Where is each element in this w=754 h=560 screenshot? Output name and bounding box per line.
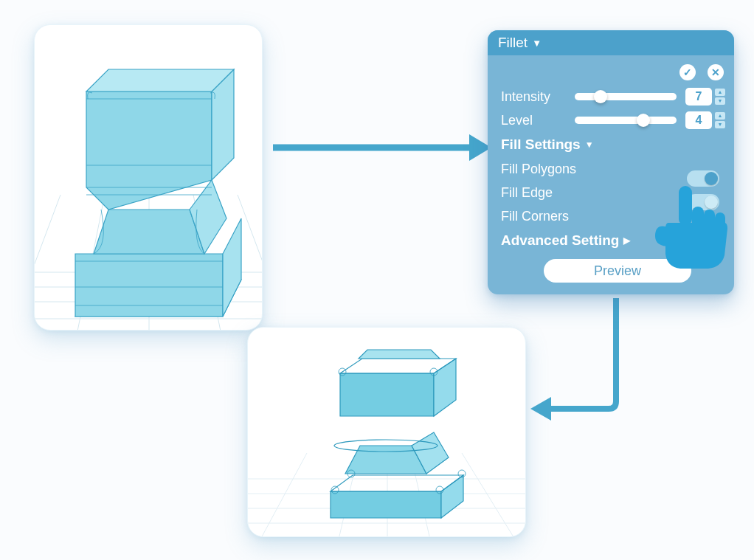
svg-line-24 (462, 453, 521, 537)
level-label: Level (501, 113, 575, 128)
svg-marker-32 (340, 373, 434, 416)
svg-rect-45 (679, 186, 692, 226)
chevron-down-icon: ▼ (532, 38, 542, 49)
svg-marker-33 (434, 359, 456, 416)
intensity-spinner[interactable]: ▲▼ (715, 89, 725, 105)
arrow-panel-to-b (528, 295, 646, 435)
chevron-right-icon: ▶ (623, 235, 630, 246)
svg-marker-26 (331, 491, 441, 518)
fill-polygons-row: Fill Polygons (501, 157, 734, 181)
pointer-hand-icon (651, 184, 732, 273)
fill-polygons-label: Fill Polygons (501, 162, 576, 177)
intensity-row: Intensity 7 ▲▼ (501, 85, 734, 108)
confirm-button[interactable]: ✓ (679, 64, 696, 80)
svg-marker-10 (75, 254, 223, 317)
intensity-value[interactable]: 7 (685, 88, 712, 106)
chevron-down-icon: ▼ (585, 139, 594, 150)
panel-title: Fillet (498, 35, 528, 51)
svg-marker-12 (94, 210, 204, 254)
viewport-before (34, 24, 263, 331)
svg-line-21 (255, 453, 307, 537)
level-slider[interactable] (575, 117, 677, 124)
intensity-slider[interactable] (575, 93, 677, 100)
fill-corners-label: Fill Corners (501, 209, 569, 224)
svg-marker-35 (359, 350, 440, 359)
panel-header[interactable]: Fillet ▼ ✓ ✕ (488, 30, 734, 55)
level-row: Level 4 ▲▼ (501, 108, 734, 132)
viewport-after (247, 327, 526, 537)
svg-marker-44 (530, 397, 551, 421)
svg-marker-14 (86, 91, 212, 210)
cancel-button[interactable]: ✕ (708, 64, 724, 80)
fill-edge-label: Fill Edge (501, 185, 553, 201)
arrow-a-to-panel (266, 125, 494, 170)
fill-settings-header[interactable]: Fill Settings ▼ (501, 136, 734, 153)
level-value[interactable]: 4 (685, 111, 712, 129)
intensity-label: Intensity (501, 89, 575, 105)
svg-line-3 (35, 195, 60, 331)
svg-marker-27 (441, 475, 463, 518)
svg-marker-16 (86, 69, 234, 91)
level-spinner[interactable]: ▲▼ (715, 112, 725, 128)
